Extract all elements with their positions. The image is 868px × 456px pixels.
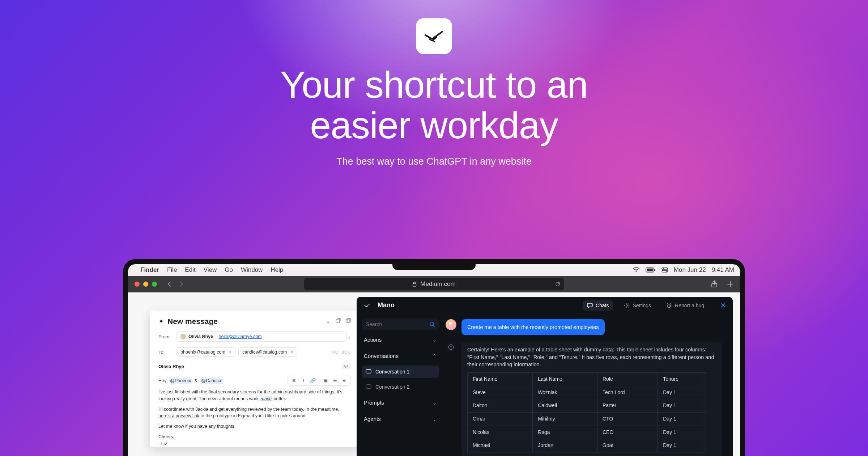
bot-message: Certainly! Here's an example of a table … bbox=[446, 342, 726, 456]
message-bubble: Certainly! Here's an example of a table … bbox=[461, 342, 722, 456]
section-actions[interactable]: Actions⌄ bbox=[362, 333, 439, 346]
wifi-icon[interactable] bbox=[633, 267, 640, 273]
number-list-icon[interactable]: ≡ bbox=[341, 377, 348, 384]
url-text: Medium.com bbox=[420, 280, 455, 288]
refresh-icon[interactable] bbox=[555, 281, 561, 287]
avatar bbox=[180, 334, 186, 339]
table-cell: Day 1 bbox=[658, 412, 706, 426]
menubar-view[interactable]: View bbox=[204, 266, 217, 274]
compose-card: ✦ New message ⌄ From: bbox=[150, 311, 359, 447]
control-center-icon[interactable] bbox=[661, 267, 668, 273]
remove-icon[interactable]: × bbox=[290, 350, 293, 355]
table-cell: Tech Lord bbox=[597, 386, 658, 399]
svg-point-14 bbox=[626, 304, 627, 306]
tab-chats[interactable]: Chats bbox=[583, 300, 613, 311]
bullet-list-icon[interactable]: ≣ bbox=[332, 377, 338, 384]
forward-button[interactable] bbox=[178, 280, 185, 288]
search-icon[interactable] bbox=[429, 321, 435, 327]
tab-report-bug[interactable]: Report a bug bbox=[662, 300, 709, 311]
menubar-window[interactable]: Window bbox=[241, 266, 263, 274]
mention[interactable]: @Phoenix bbox=[169, 377, 192, 384]
bold-icon[interactable]: B bbox=[291, 377, 297, 384]
cc-button[interactable]: CC bbox=[332, 350, 339, 354]
section-agents[interactable]: Agents⌄ bbox=[362, 412, 439, 426]
chevron-down-icon[interactable]: ⌄ bbox=[326, 318, 331, 325]
url-bar[interactable]: Medium.com bbox=[304, 278, 564, 290]
search-input[interactable] bbox=[362, 318, 439, 330]
table-cell: Caldwell bbox=[533, 399, 597, 413]
new-tab-icon[interactable] bbox=[727, 281, 733, 287]
svg-point-21 bbox=[451, 347, 452, 347]
svg-rect-17 bbox=[366, 370, 371, 373]
chevron-down-icon: ⌄ bbox=[433, 337, 437, 343]
tab-settings[interactable]: Settings bbox=[620, 300, 655, 311]
table-cell: Jordan bbox=[533, 439, 597, 452]
chat-icon bbox=[365, 368, 372, 375]
menubar-edit[interactable]: Edit bbox=[185, 266, 195, 274]
laptop-frame: Finder File Edit View Go Window Help Mon… bbox=[123, 259, 745, 456]
gear-icon bbox=[624, 303, 630, 308]
hero-title: Your shortcut to aneasier workday bbox=[280, 64, 588, 146]
table-row: NicolasRagaCEODay 1 bbox=[468, 426, 706, 439]
notch bbox=[392, 259, 476, 270]
link-icon[interactable]: 🔗 bbox=[310, 377, 316, 384]
remove-icon[interactable]: × bbox=[229, 350, 231, 355]
conversation-item-1[interactable]: Conversation 1 bbox=[362, 366, 439, 378]
inline-link[interactable]: here's a preview link bbox=[158, 413, 199, 418]
zoom-window-icon[interactable] bbox=[152, 282, 157, 287]
menubar-date[interactable]: Mon Jun 22 bbox=[674, 266, 706, 274]
menubar-file[interactable]: File bbox=[167, 266, 177, 274]
compose-body[interactable]: Hey @Phoenix & @Candice B I 🔗 ▣ ≣ bbox=[158, 376, 351, 447]
table-cell: Mihilmy bbox=[533, 412, 597, 426]
mano-logo-icon bbox=[363, 301, 371, 309]
employees-table: First Name Last Name Role Tenure SteveWo… bbox=[467, 372, 706, 452]
th-last: Last Name bbox=[533, 373, 597, 386]
share-icon[interactable] bbox=[711, 280, 718, 288]
to-chip-1[interactable]: phoenix@catalog.com× bbox=[176, 347, 235, 357]
mano-panel: Mano Chats Settings bbox=[357, 297, 733, 456]
table-row: OmarMihilmyCTODay 1 bbox=[468, 412, 706, 426]
minimize-window-icon[interactable] bbox=[143, 282, 148, 287]
svg-rect-4 bbox=[662, 268, 668, 270]
svg-point-0 bbox=[635, 271, 637, 273]
close-icon[interactable]: ✕ bbox=[720, 301, 726, 310]
battery-icon[interactable] bbox=[646, 267, 656, 273]
bcc-button[interactable]: BCC bbox=[341, 350, 351, 354]
popout-icon[interactable] bbox=[336, 318, 341, 325]
svg-rect-8 bbox=[413, 284, 416, 286]
conversation-item-2[interactable]: Conversation 2 bbox=[362, 381, 439, 393]
subject-text[interactable]: Olivia Rhye bbox=[158, 364, 184, 369]
from-chip[interactable]: Olivia Rhye hello@oliviarhye.com bbox=[176, 332, 346, 342]
window-controls[interactable] bbox=[135, 282, 157, 287]
section-prompts[interactable]: Prompts⌄ bbox=[362, 396, 439, 409]
back-button[interactable] bbox=[166, 280, 173, 288]
chevron-down-icon: ⌄ bbox=[433, 416, 437, 422]
inline-link[interactable]: admin dashboard bbox=[271, 389, 306, 394]
char-count: 64 bbox=[342, 363, 351, 369]
th-tenure: Tenure bbox=[658, 373, 706, 386]
section-conversations[interactable]: Conversations⌃ bbox=[362, 349, 439, 363]
table-cell: Parter bbox=[597, 399, 658, 413]
hero-subtitle: The best way to use ChatGPT in any websi… bbox=[336, 156, 532, 167]
table-cell: Omar bbox=[468, 412, 533, 426]
menubar-go[interactable]: Go bbox=[225, 266, 233, 274]
italic-icon[interactable]: I bbox=[300, 377, 307, 384]
to-chip-2[interactable]: candice@catalog.com× bbox=[238, 347, 297, 357]
app-logo bbox=[416, 18, 452, 54]
browser-toolbar: Medium.com bbox=[128, 276, 740, 292]
menubar-help[interactable]: Help bbox=[271, 266, 283, 274]
close-window-icon[interactable] bbox=[135, 282, 140, 287]
menubar-time[interactable]: 9:41 AM bbox=[712, 266, 734, 274]
image-icon[interactable]: ▣ bbox=[322, 377, 329, 384]
from-dropdown-icon[interactable]: ⌄ bbox=[346, 334, 351, 339]
mano-title: Mano bbox=[378, 301, 395, 309]
table-cell: CTO bbox=[597, 412, 658, 426]
search-field[interactable] bbox=[366, 321, 429, 327]
copy-icon[interactable] bbox=[346, 318, 351, 325]
compose-title: New message bbox=[167, 317, 322, 326]
table-cell: Steve bbox=[468, 386, 533, 399]
mention[interactable]: @Candice bbox=[200, 377, 223, 384]
chevron-down-icon: ⌄ bbox=[433, 400, 437, 406]
message-bubble: Create me a table with the recently prom… bbox=[461, 319, 605, 335]
menubar-app[interactable]: Finder bbox=[140, 266, 159, 274]
